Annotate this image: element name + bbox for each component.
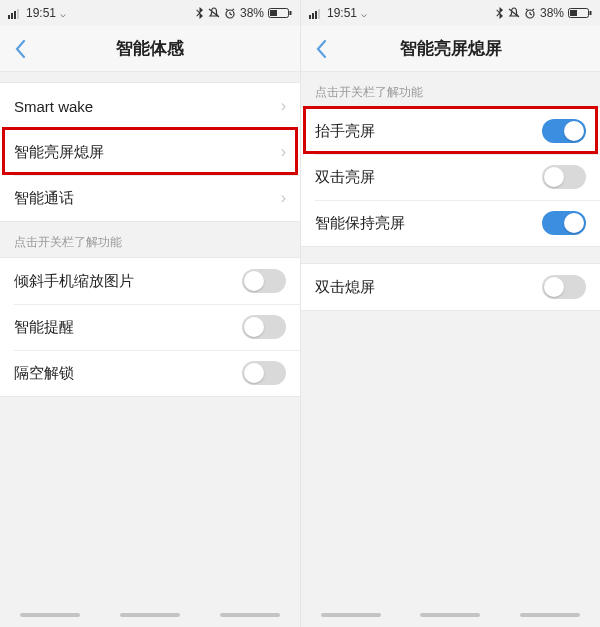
- row-label: 双击熄屏: [315, 278, 542, 297]
- svg-rect-11: [318, 9, 320, 19]
- bluetooth-icon: [496, 7, 504, 19]
- page-title: 智能体感: [0, 37, 300, 60]
- toggle-switch[interactable]: [242, 361, 286, 385]
- toggle-switch[interactable]: [542, 165, 586, 189]
- chevron-right-icon: ›: [281, 97, 286, 115]
- battery-icon: [568, 7, 592, 19]
- svg-rect-15: [570, 10, 577, 16]
- nav-home[interactable]: [420, 613, 480, 617]
- row-label: 抬手亮屏: [315, 122, 542, 141]
- header: 智能亮屏熄屏: [301, 26, 600, 72]
- row-air-unlock[interactable]: 隔空解锁: [0, 350, 300, 396]
- row-label: 双击亮屏: [315, 168, 542, 187]
- android-navbar: [301, 583, 600, 627]
- row-label: 智能亮屏熄屏: [14, 143, 281, 162]
- signal-icon: [309, 8, 323, 19]
- toggle-switch[interactable]: [542, 211, 586, 235]
- android-navbar: [0, 583, 300, 627]
- battery-percent: 38%: [240, 6, 264, 20]
- row-label: 智能通话: [14, 189, 281, 208]
- back-button[interactable]: [0, 26, 40, 72]
- status-time: 19:51: [26, 6, 56, 20]
- row-smart-screen[interactable]: 智能亮屏熄屏 ›: [0, 129, 300, 175]
- toggle-switch[interactable]: [242, 269, 286, 293]
- sleep-group: 双击熄屏: [301, 263, 600, 311]
- row-tilt-zoom[interactable]: 倾斜手机缩放图片: [0, 258, 300, 304]
- page-title: 智能亮屏熄屏: [301, 37, 600, 60]
- battery-icon: [268, 7, 292, 19]
- header: 智能体感: [0, 26, 300, 72]
- nav-group: Smart wake › 智能亮屏熄屏 › 智能通话 ›: [0, 82, 300, 222]
- svg-rect-1: [11, 13, 13, 19]
- toggle-switch[interactable]: [242, 315, 286, 339]
- expand-icon: ⌵: [60, 8, 66, 19]
- expand-icon: ⌵: [361, 8, 367, 19]
- row-raise-to-wake[interactable]: 抬手亮屏: [301, 108, 600, 154]
- phone-right: 19:51 ⌵ 38% 智能亮屏熄屏 点击开关栏了解功能 抬手亮: [300, 0, 600, 627]
- bluetooth-icon: [196, 7, 204, 19]
- signal-icon: [8, 8, 22, 19]
- alarm-icon: [524, 7, 536, 19]
- toggle-group: 倾斜手机缩放图片 智能提醒 隔空解锁: [0, 257, 300, 397]
- chevron-right-icon: ›: [281, 143, 286, 161]
- svg-rect-8: [309, 15, 311, 19]
- svg-rect-9: [312, 13, 314, 19]
- row-label: 智能提醒: [14, 318, 242, 337]
- nav-back[interactable]: [20, 613, 80, 617]
- row-smart-wake[interactable]: Smart wake ›: [0, 83, 300, 129]
- status-bar: 19:51 ⌵ 38%: [0, 0, 300, 26]
- nav-back[interactable]: [321, 613, 381, 617]
- back-button[interactable]: [301, 26, 341, 72]
- wake-group: 抬手亮屏 双击亮屏 智能保持亮屏: [301, 107, 600, 247]
- row-smart-call[interactable]: 智能通话 ›: [0, 175, 300, 221]
- svg-rect-14: [590, 11, 592, 15]
- phone-left: 19:51 ⌵ 38% 智能体感 Smart wake: [0, 0, 300, 627]
- status-bar: 19:51 ⌵ 38%: [301, 0, 600, 26]
- section-hint: 点击开关栏了解功能: [0, 222, 300, 257]
- row-label: 智能保持亮屏: [315, 214, 542, 233]
- toggle-switch[interactable]: [542, 275, 586, 299]
- battery-percent: 38%: [540, 6, 564, 20]
- nav-recent[interactable]: [220, 613, 280, 617]
- row-double-tap-sleep[interactable]: 双击熄屏: [301, 264, 600, 310]
- row-keep-screen-on[interactable]: 智能保持亮屏: [301, 200, 600, 246]
- dnd-icon: [508, 7, 520, 19]
- dnd-icon: [208, 7, 220, 19]
- row-double-tap-wake[interactable]: 双击亮屏: [301, 154, 600, 200]
- nav-home[interactable]: [120, 613, 180, 617]
- svg-rect-7: [270, 10, 277, 16]
- svg-rect-3: [17, 9, 19, 19]
- svg-rect-2: [14, 11, 16, 19]
- svg-rect-10: [315, 11, 317, 19]
- svg-rect-0: [8, 15, 10, 19]
- row-label: 隔空解锁: [14, 364, 242, 383]
- chevron-right-icon: ›: [281, 189, 286, 207]
- row-label: Smart wake: [14, 98, 281, 115]
- svg-rect-6: [290, 11, 292, 15]
- alarm-icon: [224, 7, 236, 19]
- section-hint: 点击开关栏了解功能: [301, 72, 600, 107]
- toggle-switch[interactable]: [542, 119, 586, 143]
- row-smart-remind[interactable]: 智能提醒: [0, 304, 300, 350]
- row-label: 倾斜手机缩放图片: [14, 272, 242, 291]
- status-time: 19:51: [327, 6, 357, 20]
- nav-recent[interactable]: [520, 613, 580, 617]
